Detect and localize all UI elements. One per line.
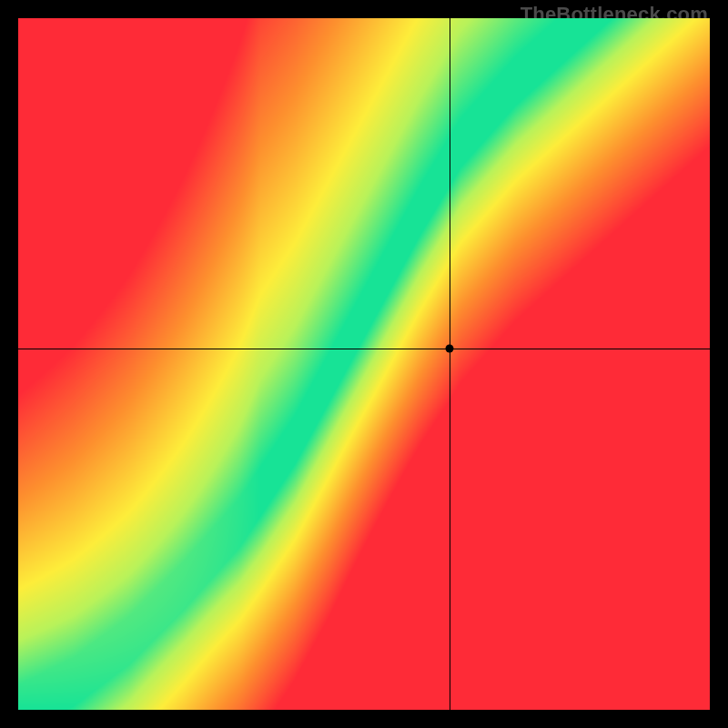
selected-point-marker <box>446 345 454 353</box>
heatmap-plot <box>18 18 710 710</box>
chart-frame: TheBottleneck.com <box>0 0 728 728</box>
heatmap-canvas <box>18 18 710 710</box>
crosshair-horizontal <box>18 349 710 349</box>
crosshair-vertical <box>450 18 450 710</box>
